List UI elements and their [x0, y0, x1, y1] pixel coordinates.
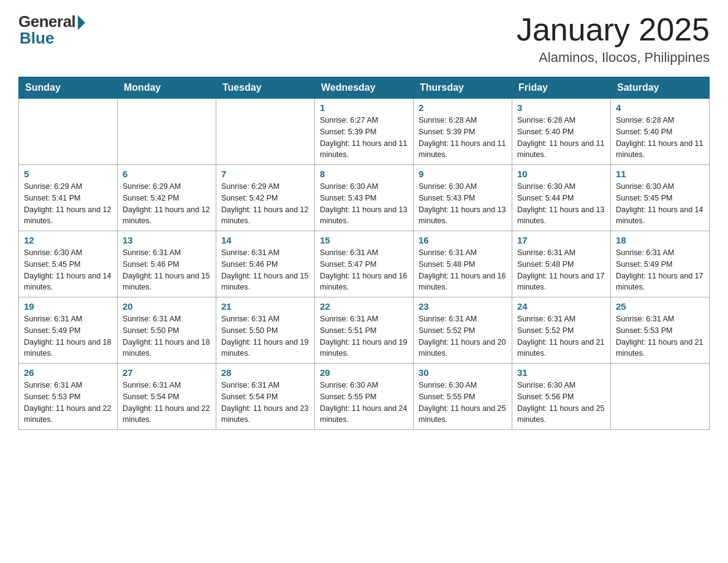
day-number: 17 — [517, 235, 605, 245]
calendar-cell — [19, 99, 118, 165]
day-info: Sunrise: 6:31 AM Sunset: 5:51 PM Dayligh… — [320, 313, 408, 359]
calendar-cell: 30Sunrise: 6:30 AM Sunset: 5:55 PM Dayli… — [414, 364, 512, 430]
calendar-cell: 17Sunrise: 6:31 AM Sunset: 5:48 PM Dayli… — [512, 231, 611, 297]
day-info: Sunrise: 6:31 AM Sunset: 5:50 PM Dayligh… — [123, 313, 211, 359]
day-number: 16 — [419, 235, 507, 245]
logo: General Blue — [18, 12, 85, 48]
day-number: 10 — [517, 169, 605, 179]
logo-arrow-icon — [78, 15, 85, 30]
day-info: Sunrise: 6:31 AM Sunset: 5:47 PM Dayligh… — [320, 247, 408, 293]
calendar-cell: 3Sunrise: 6:28 AM Sunset: 5:40 PM Daylig… — [512, 99, 611, 165]
day-info: Sunrise: 6:28 AM Sunset: 5:40 PM Dayligh… — [517, 115, 605, 161]
day-info: Sunrise: 6:31 AM Sunset: 5:48 PM Dayligh… — [419, 247, 507, 293]
day-number: 4 — [616, 102, 704, 113]
day-number: 12 — [24, 235, 112, 245]
day-number: 6 — [123, 169, 211, 179]
day-info: Sunrise: 6:31 AM Sunset: 5:46 PM Dayligh… — [123, 247, 211, 293]
day-info: Sunrise: 6:30 AM Sunset: 5:43 PM Dayligh… — [320, 181, 408, 227]
day-info: Sunrise: 6:28 AM Sunset: 5:40 PM Dayligh… — [616, 115, 704, 161]
day-info: Sunrise: 6:29 AM Sunset: 5:42 PM Dayligh… — [123, 181, 211, 227]
calendar-cell: 28Sunrise: 6:31 AM Sunset: 5:54 PM Dayli… — [216, 364, 315, 430]
calendar-cell: 23Sunrise: 6:31 AM Sunset: 5:52 PM Dayli… — [414, 297, 512, 364]
day-number: 14 — [221, 235, 309, 245]
day-number: 20 — [123, 301, 211, 312]
calendar-header-tuesday: Tuesday — [216, 77, 315, 99]
calendar-cell: 20Sunrise: 6:31 AM Sunset: 5:50 PM Dayli… — [118, 297, 216, 364]
logo-blue-text: Blue — [20, 29, 54, 48]
day-number: 26 — [24, 367, 112, 378]
day-number: 28 — [221, 367, 309, 378]
day-number: 2 — [419, 102, 507, 113]
day-number: 15 — [320, 235, 408, 245]
calendar-header-monday: Monday — [118, 77, 216, 99]
title-block: January 2025 Alaminos, Ilocos, Philippin… — [517, 12, 710, 66]
month-year-title: January 2025 — [517, 12, 710, 47]
day-info: Sunrise: 6:30 AM Sunset: 5:43 PM Dayligh… — [419, 181, 507, 227]
calendar-cell: 14Sunrise: 6:31 AM Sunset: 5:46 PM Dayli… — [216, 231, 315, 297]
day-info: Sunrise: 6:29 AM Sunset: 5:41 PM Dayligh… — [24, 181, 112, 227]
day-info: Sunrise: 6:31 AM Sunset: 5:48 PM Dayligh… — [517, 247, 605, 293]
day-info: Sunrise: 6:31 AM Sunset: 5:54 PM Dayligh… — [123, 380, 211, 426]
day-info: Sunrise: 6:31 AM Sunset: 5:46 PM Dayligh… — [221, 247, 309, 293]
day-info: Sunrise: 6:31 AM Sunset: 5:52 PM Dayligh… — [419, 313, 507, 359]
day-number: 9 — [419, 169, 507, 179]
day-info: Sunrise: 6:31 AM Sunset: 5:53 PM Dayligh… — [24, 380, 112, 426]
page-header: General Blue January 2025 Alaminos, Iloc… — [18, 12, 710, 66]
calendar-cell: 26Sunrise: 6:31 AM Sunset: 5:53 PM Dayli… — [19, 364, 118, 430]
day-number: 30 — [419, 367, 507, 378]
calendar-cell: 18Sunrise: 6:31 AM Sunset: 5:49 PM Dayli… — [611, 231, 710, 297]
calendar-cell: 6Sunrise: 6:29 AM Sunset: 5:42 PM Daylig… — [118, 165, 216, 231]
calendar-week-row: 1Sunrise: 6:27 AM Sunset: 5:39 PM Daylig… — [19, 99, 710, 165]
day-number: 18 — [616, 235, 704, 245]
calendar-header-sunday: Sunday — [19, 77, 118, 99]
calendar-cell: 7Sunrise: 6:29 AM Sunset: 5:42 PM Daylig… — [216, 165, 315, 231]
calendar-cell: 25Sunrise: 6:31 AM Sunset: 5:53 PM Dayli… — [611, 297, 710, 364]
calendar-cell: 12Sunrise: 6:30 AM Sunset: 5:45 PM Dayli… — [19, 231, 118, 297]
day-info: Sunrise: 6:31 AM Sunset: 5:49 PM Dayligh… — [616, 247, 704, 293]
calendar-week-row: 5Sunrise: 6:29 AM Sunset: 5:41 PM Daylig… — [19, 165, 710, 231]
calendar-cell — [216, 99, 315, 165]
calendar-cell: 1Sunrise: 6:27 AM Sunset: 5:39 PM Daylig… — [315, 99, 414, 165]
day-number: 29 — [320, 367, 408, 378]
day-number: 22 — [320, 301, 408, 312]
calendar-cell — [611, 364, 710, 430]
calendar-cell: 22Sunrise: 6:31 AM Sunset: 5:51 PM Dayli… — [315, 297, 414, 364]
calendar-cell: 5Sunrise: 6:29 AM Sunset: 5:41 PM Daylig… — [19, 165, 118, 231]
day-info: Sunrise: 6:30 AM Sunset: 5:44 PM Dayligh… — [517, 181, 605, 227]
day-info: Sunrise: 6:30 AM Sunset: 5:56 PM Dayligh… — [517, 380, 605, 426]
day-info: Sunrise: 6:28 AM Sunset: 5:39 PM Dayligh… — [419, 115, 507, 161]
calendar-cell: 11Sunrise: 6:30 AM Sunset: 5:45 PM Dayli… — [611, 165, 710, 231]
day-info: Sunrise: 6:31 AM Sunset: 5:49 PM Dayligh… — [24, 313, 112, 359]
day-info: Sunrise: 6:31 AM Sunset: 5:50 PM Dayligh… — [221, 313, 309, 359]
calendar-cell: 15Sunrise: 6:31 AM Sunset: 5:47 PM Dayli… — [315, 231, 414, 297]
day-number: 8 — [320, 169, 408, 179]
day-number: 11 — [616, 169, 704, 179]
calendar-week-row: 19Sunrise: 6:31 AM Sunset: 5:49 PM Dayli… — [19, 297, 710, 364]
calendar-header-row: SundayMondayTuesdayWednesdayThursdayFrid… — [19, 77, 710, 99]
day-info: Sunrise: 6:27 AM Sunset: 5:39 PM Dayligh… — [320, 115, 408, 161]
calendar-cell — [118, 99, 216, 165]
calendar-cell: 24Sunrise: 6:31 AM Sunset: 5:52 PM Dayli… — [512, 297, 611, 364]
calendar-header-saturday: Saturday — [611, 77, 710, 99]
day-number: 13 — [123, 235, 211, 245]
calendar-cell: 29Sunrise: 6:30 AM Sunset: 5:55 PM Dayli… — [315, 364, 414, 430]
calendar-cell: 16Sunrise: 6:31 AM Sunset: 5:48 PM Dayli… — [414, 231, 512, 297]
calendar-cell: 21Sunrise: 6:31 AM Sunset: 5:50 PM Dayli… — [216, 297, 315, 364]
day-info: Sunrise: 6:31 AM Sunset: 5:53 PM Dayligh… — [616, 313, 704, 359]
day-info: Sunrise: 6:30 AM Sunset: 5:45 PM Dayligh… — [24, 247, 112, 293]
calendar-cell: 9Sunrise: 6:30 AM Sunset: 5:43 PM Daylig… — [414, 165, 512, 231]
day-number: 23 — [419, 301, 507, 312]
day-number: 27 — [123, 367, 211, 378]
day-number: 7 — [221, 169, 309, 179]
calendar-cell: 10Sunrise: 6:30 AM Sunset: 5:44 PM Dayli… — [512, 165, 611, 231]
day-info: Sunrise: 6:30 AM Sunset: 5:45 PM Dayligh… — [616, 181, 704, 227]
calendar-cell: 2Sunrise: 6:28 AM Sunset: 5:39 PM Daylig… — [414, 99, 512, 165]
calendar-table: SundayMondayTuesdayWednesdayThursdayFrid… — [18, 77, 710, 430]
calendar-header-wednesday: Wednesday — [315, 77, 414, 99]
day-info: Sunrise: 6:30 AM Sunset: 5:55 PM Dayligh… — [320, 380, 408, 426]
calendar-cell: 8Sunrise: 6:30 AM Sunset: 5:43 PM Daylig… — [315, 165, 414, 231]
day-number: 5 — [24, 169, 112, 179]
day-number: 25 — [616, 301, 704, 312]
day-info: Sunrise: 6:31 AM Sunset: 5:52 PM Dayligh… — [517, 313, 605, 359]
day-number: 24 — [517, 301, 605, 312]
